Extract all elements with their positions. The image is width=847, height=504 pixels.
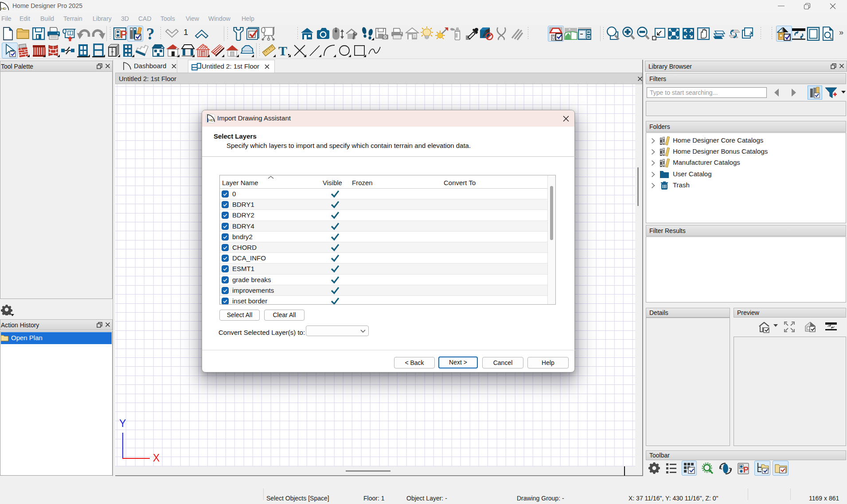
svg-text:P: P [120,28,127,40]
svg-text:?: ? [146,27,155,41]
svg-text:T: T [278,43,287,58]
svg-text:P: P [743,465,749,474]
svg-text:HD: HD [209,118,214,122]
svg-text:HD: HD [1,7,7,11]
